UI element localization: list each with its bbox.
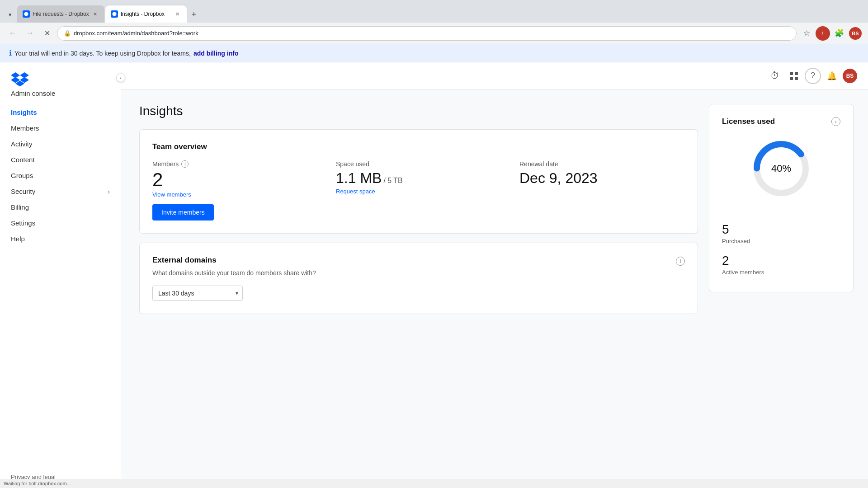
space-label: Space used — [336, 160, 501, 168]
right-panel: Licenses used i 40% — [709, 104, 854, 292]
tab1-close[interactable]: ✕ — [92, 10, 99, 18]
view-members-link[interactable]: View members — [152, 191, 318, 198]
dropbox-logo[interactable] — [11, 71, 29, 86]
back-button[interactable]: ← — [5, 26, 20, 41]
members-label: Members i — [152, 160, 318, 168]
nav-insights-label: Insights — [11, 108, 37, 116]
nav-settings-label: Settings — [11, 219, 35, 227]
purchased-stat: 5 Purchased — [722, 222, 840, 244]
purchased-label: Purchased — [722, 238, 840, 244]
svg-rect-4 — [790, 77, 793, 80]
sidebar-item-content[interactable]: Content — [0, 152, 121, 168]
active-members-stat: 2 Active members — [722, 253, 840, 276]
tab1-favicon — [23, 10, 30, 18]
sidebar-nav: Insights Members Activity Content Groups… — [0, 104, 121, 247]
user-avatar[interactable]: BS — [843, 69, 857, 83]
url-bar[interactable]: 🔒 dropbox.com/team/admin/dashboard?role=… — [57, 26, 797, 41]
active-members-label: Active members — [722, 269, 840, 276]
notifications-icon[interactable]: 🔔 — [824, 68, 840, 84]
sidebar-item-help[interactable]: Help — [0, 231, 121, 247]
nav-billing-label: Billing — [11, 203, 29, 211]
external-domains-title: External domains — [152, 256, 217, 265]
external-domains-description: What domains outside your team do member… — [152, 269, 685, 277]
nav-groups-label: Groups — [11, 172, 33, 179]
url-lock-icon: 🔒 — [64, 30, 71, 37]
active-members-value: 2 — [722, 253, 840, 268]
renewal-value: Dec 9, 2023 — [519, 170, 685, 186]
licenses-info-icon[interactable]: i — [831, 117, 840, 126]
grid-icon[interactable] — [786, 68, 802, 84]
members-stat: Members i 2 View members Invite members — [152, 160, 336, 221]
url-text: dropbox.com/team/admin/dashboard?role=wo… — [74, 30, 790, 37]
forward-button[interactable]: → — [23, 26, 37, 41]
tab2-favicon — [111, 10, 118, 18]
svg-text:!: ! — [822, 31, 824, 36]
sidebar: ‹ Admin console Insights Members Activit… — [0, 62, 121, 488]
sidebar-item-insights[interactable]: Insights — [0, 104, 121, 120]
security-chevron-icon: › — [108, 188, 110, 195]
bookmark-icon[interactable]: ☆ — [799, 26, 814, 41]
browser-toolbar: ← → ✕ 🔒 dropbox.com/team/admin/dashboard… — [0, 23, 868, 44]
tab2-title: Insights - Dropbox — [121, 11, 165, 17]
help-icon[interactable]: ? — [805, 68, 821, 84]
nav-security-label: Security — [11, 188, 35, 195]
svg-rect-5 — [795, 77, 798, 80]
renewal-date-stat: Renewal date Dec 9, 2023 — [519, 160, 685, 186]
sidebar-item-billing[interactable]: Billing — [0, 199, 121, 215]
nav-content-label: Content — [11, 156, 35, 164]
space-total: / 5 TB — [383, 177, 402, 184]
licenses-card: Licenses used i 40% — [709, 104, 854, 292]
info-bar-message: Your trial will end in 30 days. To keep … — [14, 50, 191, 57]
app-layout: ‹ Admin console Insights Members Activit… — [0, 62, 868, 488]
renewal-label: Renewal date — [519, 160, 685, 168]
timer-icon[interactable]: ⏱ — [767, 68, 783, 84]
space-value: 1.1 MB/ 5 TB — [336, 170, 501, 186]
extensions-icon[interactable]: 🧩 — [832, 26, 846, 41]
sidebar-item-groups[interactable]: Groups — [0, 168, 121, 183]
admin-console-label: Admin console — [0, 89, 121, 104]
time-period-dropdown[interactable]: Last 30 days Last 7 days Last 90 days — [152, 286, 243, 301]
donut-center-label: 40% — [771, 163, 791, 174]
new-tab-button[interactable]: + — [188, 8, 200, 21]
invite-members-button[interactable]: Invite members — [152, 204, 214, 221]
sidebar-collapse-button[interactable]: ‹ — [116, 73, 125, 82]
purchased-value: 5 — [722, 222, 840, 237]
page-title: Insights — [139, 104, 698, 118]
svg-rect-2 — [790, 72, 793, 75]
request-space-link[interactable]: Request space — [336, 188, 501, 195]
tab-file-requests[interactable]: File requests - Dropbox ✕ — [17, 5, 104, 23]
browser-chrome: ▾ File requests - Dropbox ✕ Insights - D… — [0, 0, 868, 23]
dropdown-wrapper: Last 30 days Last 7 days Last 90 days ▾ — [152, 286, 243, 301]
tab1-title: File requests - Dropbox — [33, 11, 89, 17]
main-content: ⏱ ? 🔔 BS Insights Team overview — [121, 62, 868, 488]
main-panel: Insights Team overview Members i 2 — [139, 104, 698, 323]
donut-chart-container: 40% — [722, 137, 840, 200]
reload-button[interactable]: ✕ — [40, 26, 54, 41]
status-text: Waiting for bolt.dropbox.com... — [4, 481, 71, 486]
sidebar-logo-area: ‹ — [0, 62, 121, 89]
sidebar-item-security[interactable]: Security › — [0, 183, 121, 199]
tab-switcher-btn[interactable]: ▾ — [4, 6, 16, 23]
svg-rect-3 — [795, 72, 798, 75]
nav-activity-label: Activity — [11, 140, 33, 148]
nav-members-label: Members — [11, 124, 39, 132]
space-used-stat: Space used 1.1 MB/ 5 TB Request space — [336, 160, 519, 195]
tab2-close[interactable]: ✕ — [174, 10, 181, 18]
dropbox-icon — [11, 71, 29, 86]
toolbar-icons: ☆ ! 🧩 BS — [799, 26, 863, 41]
licenses-title: Licenses used — [722, 117, 775, 126]
nav-help-label: Help — [11, 235, 25, 243]
external-domains-card: External domains i What domains outside … — [139, 243, 698, 314]
external-domains-info-icon[interactable]: i — [676, 257, 685, 266]
add-billing-link[interactable]: add billing info — [193, 50, 239, 57]
top-header: ⏱ ? 🔔 BS — [121, 62, 868, 89]
tab-insights[interactable]: Insights - Dropbox ✕ — [105, 5, 187, 23]
sidebar-item-settings[interactable]: Settings — [0, 215, 121, 231]
sidebar-item-members[interactable]: Members — [0, 120, 121, 136]
red-shield-icon[interactable]: ! — [816, 26, 830, 41]
profile-menu-icon[interactable]: BS — [848, 26, 863, 41]
licenses-header: Licenses used i — [722, 117, 840, 126]
members-info-icon[interactable]: i — [181, 160, 189, 168]
sidebar-item-activity[interactable]: Activity — [0, 136, 121, 152]
team-overview-card: Team overview Members i 2 View members — [139, 129, 698, 234]
